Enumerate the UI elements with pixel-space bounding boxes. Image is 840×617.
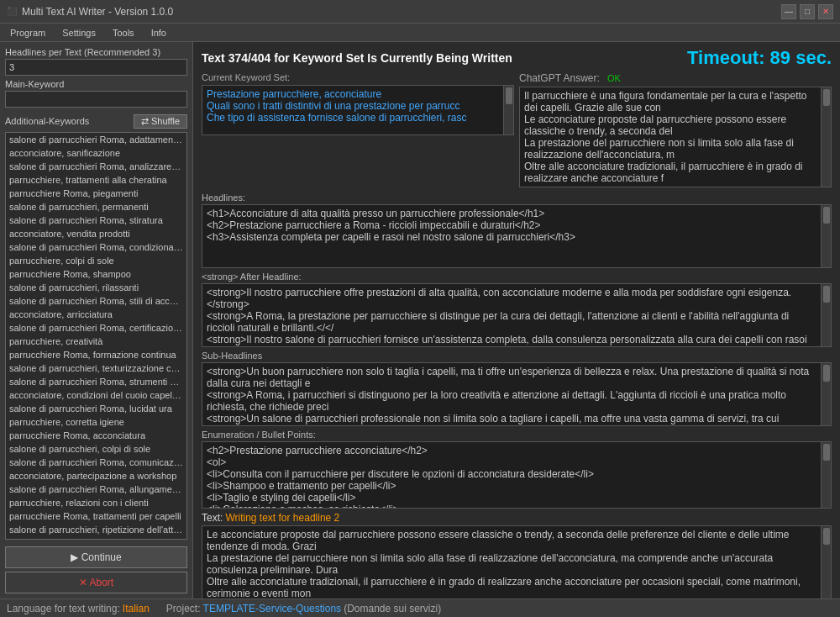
enum-label: Enumeration / Bullet Points: bbox=[202, 430, 832, 440]
keyword-line-1: Prestazione parrucchiere, acconciature bbox=[207, 88, 499, 100]
keyword-list-item: parrucchiere Roma, piegamenti bbox=[6, 187, 186, 200]
keyword-list-item: salone di parrucchieri, ripetizione dell… bbox=[6, 523, 186, 536]
content-area: Text 374/404 for Keyword Set Is Currentl… bbox=[193, 42, 840, 599]
keyword-list-item: salone di parrucchieri Roma, stili di ac… bbox=[6, 294, 186, 308]
content-title: Text 374/404 for Keyword Set Is Currentl… bbox=[202, 51, 512, 65]
sidebar: Headlines per Text (Recommended 3) Main-… bbox=[0, 42, 193, 599]
keyword-list-item: acconciatore, condizioni del cuoio capel… bbox=[6, 388, 186, 402]
keyword-list-item: parrucchiere Roma, acconciatura bbox=[6, 429, 186, 442]
keyword-list-item: parrucchiere, relazioni con i clienti bbox=[6, 496, 186, 509]
menu-settings[interactable]: Settings bbox=[55, 26, 102, 40]
app-title: Multi Text AI Writer - Version 1.0.0 bbox=[22, 6, 173, 18]
headlines-section-label: Headlines: bbox=[202, 192, 832, 203]
keyword-line-3: Che tipo di assistenza fornisce salone d… bbox=[207, 112, 499, 124]
menu-program[interactable]: Program bbox=[3, 26, 52, 40]
chatgpt-status: OK bbox=[607, 73, 621, 83]
project-status: Project: TEMPLATE-Service-Questions (Dom… bbox=[166, 603, 441, 614]
keyword-list-item: parrucchiere Roma, formazione continua bbox=[6, 348, 186, 361]
keyword-list-item: parrucchiere, colpi di sole bbox=[6, 254, 186, 267]
project-sub: (Domande sui servizi) bbox=[344, 603, 441, 614]
close-button[interactable]: ✕ bbox=[818, 4, 833, 19]
text-label: Text: Writing text for headline 2 bbox=[202, 512, 832, 524]
headlines-per-text-input[interactable] bbox=[5, 59, 187, 76]
keyword-list-item: parrucchiere Roma, trattamenti per capel… bbox=[6, 509, 186, 523]
text-content: Le acconciature proposte dal parrucchier… bbox=[202, 526, 821, 599]
keyword-list-item: salone di parrucchieri Roma, strumenti p… bbox=[6, 375, 186, 388]
keyword-list-item: salone di parrucchieri Roma, consulenza bbox=[6, 536, 186, 540]
keyword-list-item: salone di parrucchieri Roma, adattamento… bbox=[6, 133, 186, 146]
sub-headlines-content: <strong>Un buon parrucchiere non solo ti… bbox=[202, 363, 821, 425]
keyword-list-item: salone di parrucchieri Roma, stiratura bbox=[6, 214, 186, 227]
keyword-list-item: parrucchiere, corretta igiene bbox=[6, 415, 186, 429]
keyword-list-item: salone di parrucchieri Roma, condizionam… bbox=[6, 240, 186, 254]
keyword-list-item: salone di parrucchieri, texturizzazione … bbox=[6, 361, 186, 375]
headlines-content: <h1>Acconciature di alta qualità presso … bbox=[202, 205, 821, 267]
keyword-list-item: parrucchiere Roma, shampoo bbox=[6, 267, 186, 281]
abort-button[interactable]: ✕ Abort bbox=[5, 572, 187, 593]
keyword-list-item: parrucchiere, creatività bbox=[6, 335, 186, 348]
project-name: TEMPLATE-Service-Questions bbox=[203, 603, 342, 614]
minimize-button[interactable]: — bbox=[781, 4, 796, 19]
keyword-list-item: salone di parrucchieri Roma, lucidat ura bbox=[6, 402, 186, 415]
language-value: Italian bbox=[123, 603, 150, 614]
keyword-line-2: Quali sono i tratti distintivi di una pr… bbox=[207, 100, 499, 112]
chatgpt-answer: Il parrucchiere è una figura fondamental… bbox=[520, 87, 821, 187]
keyword-list-item: parrucchiere, trattamenti alla cheratina bbox=[6, 173, 186, 187]
continue-button[interactable]: ▶ Continue bbox=[5, 546, 187, 568]
language-status: Language for text writing: Italian bbox=[7, 603, 150, 614]
after-headline-label: <strong> After Headline: bbox=[202, 272, 832, 282]
chatgpt-label: ChatGPT Answer: OK bbox=[519, 72, 832, 84]
keyword-list-item: salone di parrucchieri, permanenti bbox=[6, 200, 186, 214]
main-keyword-input[interactable] bbox=[5, 91, 187, 108]
sub-headlines-label: Sub-Headlines bbox=[202, 351, 832, 361]
keyword-list-item: salone di parrucchieri, rilassanti bbox=[6, 281, 186, 294]
menu-tools[interactable]: Tools bbox=[106, 26, 141, 40]
keyword-set-label: Current Keyword Set: bbox=[202, 72, 514, 82]
keyword-list-item: salone di parrucchieri, colpi di sole bbox=[6, 442, 186, 456]
main-keyword-label: Main-Keyword bbox=[5, 79, 187, 89]
keyword-list-item: salone di parrucchieri Roma, certificazi… bbox=[6, 321, 186, 335]
keyword-list-item: salone di parrucchieri Roma, allungament… bbox=[6, 483, 186, 496]
maximize-button[interactable]: □ bbox=[800, 4, 815, 19]
app-icon: ⬛ bbox=[7, 7, 17, 16]
shuffle-button[interactable]: ⇄ Shuffle bbox=[134, 114, 187, 129]
additional-keywords-label: Additional-Keywords bbox=[5, 116, 89, 126]
menu-bar: Program Settings Tools Info bbox=[0, 24, 840, 42]
keyword-list-item: salone di parrucchieri Roma, comunicazio… bbox=[6, 456, 186, 469]
timeout-display: Timeout: 89 sec. bbox=[687, 47, 832, 69]
text-sublabel: Writing text for headline 2 bbox=[225, 512, 339, 524]
headlines-per-text-label: Headlines per Text (Recommended 3) bbox=[5, 47, 187, 57]
keyword-list-item: acconciatore, arricciatura bbox=[6, 308, 186, 321]
keyword-list-item: acconciatore, sanificazione bbox=[6, 146, 186, 160]
keyword-list-item: salone di parrucchieri Roma, analizzare … bbox=[6, 160, 186, 173]
title-bar: ⬛ Multi Text AI Writer - Version 1.0.0 —… bbox=[0, 0, 840, 24]
menu-info[interactable]: Info bbox=[144, 26, 173, 40]
enum-content: <h2>Prestazione parrucchiere acconciatur… bbox=[202, 442, 821, 508]
keyword-list-item: acconciatore, partecipazione a workshop bbox=[6, 469, 186, 483]
keyword-list-item: acconciatore, vendita prodotti bbox=[6, 227, 186, 240]
keywords-list: salone di parrucchieri Roma, adattamento… bbox=[5, 132, 187, 540]
status-bar: Language for text writing: Italian Proje… bbox=[0, 599, 840, 617]
after-headline-content: <strong>Il nostro parrucchiere offre pre… bbox=[202, 284, 821, 346]
